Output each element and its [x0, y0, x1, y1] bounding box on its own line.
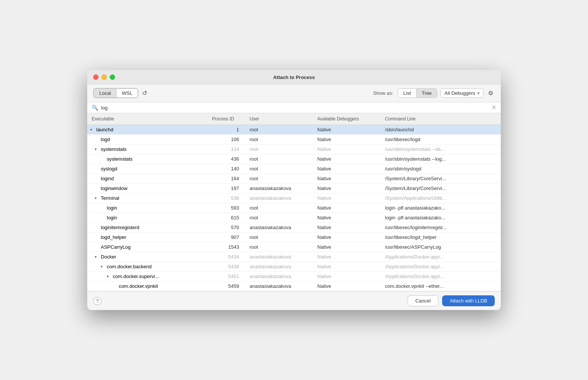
- show-as-label: Show as:: [373, 90, 393, 96]
- command-cell: /usr/libexec/loginitemregist...: [380, 223, 501, 231]
- pid-cell: 436: [208, 155, 245, 163]
- settings-button[interactable]: ⚙: [486, 88, 495, 98]
- table-row[interactable]: ▾systemstats114rootNative/usr/sbin/syste…: [87, 144, 501, 154]
- tree-view-button[interactable]: Tree: [417, 89, 437, 97]
- minimize-button[interactable]: [102, 74, 107, 80]
- table-row[interactable]: login615rootNativelogin -pfl anastasiaka…: [87, 213, 501, 223]
- user-cell: anastasiakazakova: [245, 223, 313, 231]
- search-bar: 🔍 ✕: [87, 102, 501, 113]
- debugger-dropdown[interactable]: All Debuggers ▾: [440, 88, 483, 98]
- chevron-icon[interactable]: ▾: [107, 274, 111, 278]
- process-name: systemstats: [101, 146, 127, 152]
- command-cell: login -pfl anastasiakazako...: [380, 204, 501, 212]
- command-cell: /Applications/Docker.app/...: [380, 263, 501, 271]
- chevron-icon[interactable]: ▾: [95, 196, 99, 200]
- debugger-dropdown-label: All Debuggers: [444, 90, 475, 96]
- user-cell: root: [245, 233, 313, 241]
- debugger-cell: Native: [313, 126, 380, 134]
- debugger-cell: Native: [313, 223, 380, 231]
- table-row[interactable]: ▾com.docker.supervi...5451anastasiakazak…: [87, 272, 501, 281]
- refresh-button[interactable]: ↺: [140, 88, 149, 98]
- debugger-cell: Native: [313, 194, 380, 202]
- table-body: ▾launchd1rootNative/sbin/launchdlogd106r…: [87, 125, 501, 291]
- dropdown-arrow-icon: ▾: [477, 91, 479, 95]
- maximize-button[interactable]: [110, 74, 115, 80]
- pid-cell: 106: [208, 135, 245, 143]
- process-name: Terminal: [101, 195, 119, 201]
- col-user: User: [245, 115, 313, 123]
- exec-cell: syslogd: [87, 165, 208, 173]
- pid-cell: 5451: [208, 272, 245, 280]
- col-available-debuggers: Available Debuggers: [313, 115, 380, 123]
- table-row[interactable]: login593rootNativelogin -pfl anastasiaka…: [87, 203, 501, 213]
- table-row[interactable]: loginitemregisterd570anastasiakazakovaNa…: [87, 223, 501, 233]
- footer-buttons: Cancel Attach with LLDB: [408, 295, 495, 306]
- close-button[interactable]: [93, 74, 99, 80]
- debugger-cell: Native: [313, 243, 380, 251]
- table-row[interactable]: com.docker.vpnkit5459anastasiakazakovaNa…: [87, 281, 501, 291]
- table-row[interactable]: systemstats436rootNative/usr/sbin/system…: [87, 154, 501, 164]
- command-cell: /usr/libexec/ASPCarryLog: [380, 243, 501, 251]
- table-header: Executable Process ID User Available Deb…: [87, 113, 501, 125]
- table-row[interactable]: ASPCarryLog1543rootNative/usr/libexec/AS…: [87, 242, 501, 252]
- chevron-icon[interactable]: ▾: [95, 255, 99, 259]
- process-name: login: [107, 205, 117, 211]
- table-row[interactable]: logd106rootNative/usr/libexec/logd: [87, 135, 501, 144]
- process-name: com.docker.supervi...: [113, 274, 159, 279]
- process-name: logd_helper: [101, 234, 126, 240]
- chevron-icon[interactable]: ▾: [90, 128, 95, 132]
- exec-cell: ▾Docker: [87, 253, 208, 261]
- debugger-cell: Native: [313, 233, 380, 241]
- scope-buttons: Local WSL: [93, 88, 138, 98]
- search-input[interactable]: [101, 105, 488, 111]
- table-row[interactable]: syslogd140rootNative/usr/sbin/syslogd: [87, 164, 501, 174]
- exec-cell: ▾Terminal: [87, 194, 208, 202]
- scope-toggle: Local WSL ↺: [93, 88, 149, 98]
- command-cell: /usr/sbin/systemstats --da...: [380, 145, 501, 153]
- help-button[interactable]: ?: [93, 297, 102, 305]
- command-cell: /usr/sbin/syslogd: [380, 165, 501, 173]
- user-cell: root: [245, 135, 313, 143]
- command-cell: /System/Library/CoreServi...: [380, 184, 501, 192]
- pid-cell: 570: [208, 223, 245, 231]
- debugger-cell: Native: [313, 145, 380, 153]
- exec-cell: login: [87, 214, 208, 222]
- chevron-icon[interactable]: ▾: [95, 147, 99, 151]
- cancel-button[interactable]: Cancel: [408, 295, 438, 306]
- search-clear-icon[interactable]: ✕: [491, 105, 496, 111]
- chevron-icon[interactable]: ▾: [101, 264, 105, 269]
- user-cell: root: [245, 175, 313, 182]
- process-name: logind: [101, 176, 114, 181]
- col-command-line: Command Line: [380, 115, 501, 123]
- list-view-button[interactable]: List: [398, 89, 417, 97]
- debugger-cell: Native: [313, 253, 380, 261]
- toolbar-right: Show as: List Tree All Debuggers ▾ ⚙: [373, 88, 495, 98]
- pid-cell: 5438: [208, 263, 245, 271]
- table-row[interactable]: loginwindow197anastasiakazakovaNative/Sy…: [87, 184, 501, 193]
- table-row[interactable]: logd_helper907rootNative/usr/libexec/log…: [87, 233, 501, 242]
- pid-cell: 907: [208, 233, 245, 241]
- table-row[interactable]: ▾Terminal538anastasiakazakovaNative/Syst…: [87, 193, 501, 203]
- table-row[interactable]: ▾com.docker.backend5438anastasiakazakova…: [87, 262, 501, 272]
- process-name: systemstats: [107, 156, 133, 162]
- wsl-button[interactable]: WSL: [116, 88, 138, 98]
- table-row[interactable]: ▾Docker5434anastasiakazakovaNative/Appli…: [87, 252, 501, 262]
- local-button[interactable]: Local: [94, 88, 116, 98]
- command-cell: /usr/libexec/logd_helper: [380, 233, 501, 241]
- exec-cell: loginwindow: [87, 184, 208, 192]
- attach-button[interactable]: Attach with LLDB: [442, 295, 495, 306]
- user-cell: anastasiakazakova: [245, 282, 313, 290]
- exec-cell: logind: [87, 175, 208, 182]
- process-name: loginitemregisterd: [101, 225, 139, 230]
- table-row[interactable]: ▾launchd1rootNative/sbin/launchd: [87, 125, 501, 135]
- exec-cell: ▾launchd: [87, 126, 208, 134]
- pid-cell: 538: [208, 194, 245, 202]
- exec-cell: logd_helper: [87, 233, 208, 241]
- command-cell: /System/Applications/Utiliti...: [380, 194, 501, 202]
- table-row[interactable]: logind164rootNative/System/Library/CoreS…: [87, 174, 501, 184]
- user-cell: anastasiakazakova: [245, 194, 313, 202]
- debugger-cell: Native: [313, 155, 380, 163]
- traffic-lights: [93, 74, 115, 80]
- pid-cell: 114: [208, 145, 245, 153]
- process-name: ASPCarryLog: [101, 244, 130, 250]
